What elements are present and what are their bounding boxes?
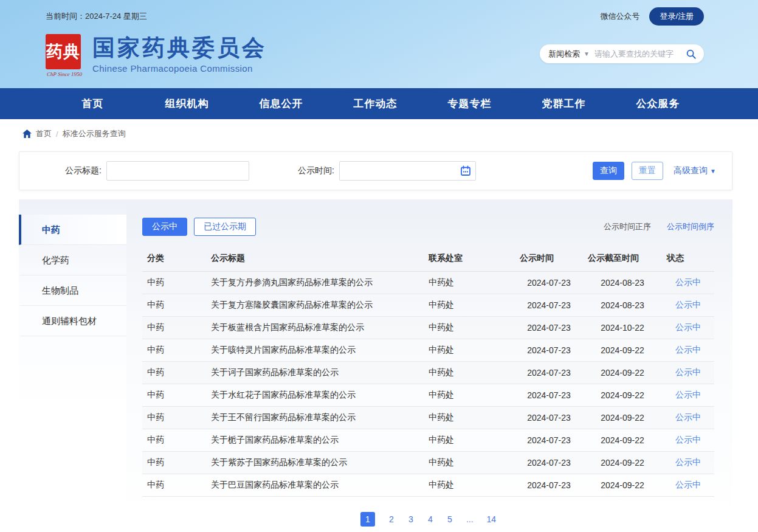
query-button[interactable]: 查询	[593, 162, 624, 180]
page-number-2[interactable]: 2	[388, 514, 395, 524]
page-number-4[interactable]: 4	[427, 514, 433, 524]
page-number-5[interactable]: 5	[447, 514, 453, 524]
main-area: 中药化学药生物制品通则辅料包材 公示中 已过公示期 公示时间正序 公示时间倒序 …	[19, 199, 732, 528]
search-filter-panel: 公示标题: 公示时间: 查询 重置 高级查询▼	[19, 151, 732, 190]
nav-item-4[interactable]: 工作动态	[328, 97, 422, 111]
site-logo: 药典 ChP Since 1950	[46, 34, 83, 77]
status-link[interactable]: 公示中	[675, 300, 701, 309]
row-title-link[interactable]: 关于紫苏子国家药品标准草案的公示	[206, 452, 424, 474]
row-title-link[interactable]: 关于水红花子国家药品标准草案的公示	[206, 384, 424, 407]
time-filter-label: 公示时间:	[298, 165, 334, 176]
row-title-link[interactable]: 关于巴豆国家药品标准草案的公示	[206, 474, 424, 497]
login-register-button[interactable]: 登录/注册	[649, 7, 704, 26]
breadcrumb: 首页 / 标准公示服务查询	[0, 119, 758, 146]
table-row: 中药关于巴豆国家药品标准草案的公示中药处2024-07-232024-09-22…	[142, 474, 714, 497]
column-header-title: 公示标题	[206, 246, 424, 272]
row-office: 中药处	[424, 362, 515, 384]
search-icon[interactable]	[686, 49, 697, 60]
row-status-cell: 公示中	[662, 474, 714, 497]
tab-in-publicity[interactable]: 公示中	[142, 218, 187, 236]
sort-descending-link[interactable]: 公示时间倒序	[667, 221, 714, 232]
nav-item-6[interactable]: 党群工作	[517, 97, 611, 111]
advanced-search-link[interactable]: 高级查询▼	[674, 165, 716, 176]
nav-item-7[interactable]: 公众服务	[611, 97, 705, 111]
row-title-link[interactable]: 关于复方丹参滴丸国家药品标准草案的公示	[206, 272, 424, 294]
row-category: 中药	[142, 429, 206, 452]
row-office: 中药处	[424, 384, 515, 407]
row-date: 2024-07-23	[515, 272, 583, 294]
row-title-link[interactable]: 关于栀子国家药品标准草案的公示	[206, 429, 424, 452]
status-link[interactable]: 公示中	[675, 412, 701, 422]
row-category: 中药	[142, 272, 206, 294]
status-link[interactable]: 公示中	[675, 480, 701, 489]
breadcrumb-home[interactable]: 首页	[36, 128, 52, 139]
status-link[interactable]: 公示中	[675, 345, 701, 354]
table-row: 中药关于咳特灵片国家药品标准草案的公示中药处2024-07-232024-09-…	[142, 339, 714, 362]
title-filter-input[interactable]	[106, 161, 249, 181]
row-date: 2024-07-23	[515, 362, 583, 384]
row-category: 中药	[142, 339, 206, 362]
row-status-cell: 公示中	[662, 384, 714, 407]
chevron-down-icon[interactable]: ▼	[584, 50, 590, 57]
reset-button[interactable]: 重置	[632, 162, 663, 180]
row-date: 2024-07-23	[515, 429, 583, 452]
site-subtitle: Chinese Pharmacopoeia Commission	[92, 63, 267, 74]
page-number-3[interactable]: 3	[408, 514, 414, 524]
sidebar-item-4[interactable]: 通则辅料包材	[19, 306, 126, 336]
row-title-link[interactable]: 关于王不留行国家药品标准草案的公示	[206, 407, 424, 429]
nav-item-3[interactable]: 信息公开	[234, 97, 328, 111]
row-status-cell: 公示中	[662, 452, 714, 474]
seal-logo-icon: 药典	[46, 34, 81, 69]
row-office: 中药处	[424, 474, 515, 497]
home-icon[interactable]	[22, 130, 32, 138]
column-header-status: 状态	[662, 246, 714, 272]
status-link[interactable]: 公示中	[675, 277, 701, 287]
sidebar-item-1[interactable]: 中药	[19, 215, 126, 245]
page-number-1[interactable]: 1	[360, 512, 375, 527]
row-title-link[interactable]: 关于板蓝根含片国家药品标准草案的公示	[206, 317, 424, 339]
content-panel: 公示中 已过公示期 公示时间正序 公示时间倒序 分类公示标题联系处室公示时间公示…	[126, 199, 732, 528]
row-office: 中药处	[424, 317, 515, 339]
calendar-icon[interactable]	[460, 165, 471, 176]
current-time: 当前时间：2024-7-24 星期三	[46, 11, 147, 22]
time-filter-input[interactable]	[339, 161, 476, 181]
row-title-link[interactable]: 关于咳特灵片国家药品标准草案的公示	[206, 339, 424, 362]
chevron-down-icon: ▼	[710, 168, 716, 174]
site-header: 当前时间：2024-7-24 星期三 微信公众号 登录/注册 药典 ChP Si…	[0, 0, 758, 88]
row-end-date: 2024-09-22	[583, 452, 662, 474]
row-end-date: 2024-09-22	[583, 474, 662, 497]
sort-ascending-link[interactable]: 公示时间正序	[604, 221, 651, 232]
row-date: 2024-07-23	[515, 294, 583, 317]
pagination: 12345...14	[142, 512, 714, 527]
status-link[interactable]: 公示中	[675, 322, 701, 332]
wechat-link[interactable]: 微信公众号	[600, 11, 639, 22]
status-link[interactable]: 公示中	[675, 367, 701, 377]
category-sidebar: 中药化学药生物制品通则辅料包材	[19, 199, 126, 528]
status-link[interactable]: 公示中	[675, 435, 701, 444]
sidebar-item-3[interactable]: 生物制品	[19, 275, 126, 306]
sidebar-item-2[interactable]: 化学药	[19, 245, 126, 275]
table-row: 中药关于复方丹参滴丸国家药品标准草案的公示中药处2024-07-232024-0…	[142, 272, 714, 294]
header-search-bar[interactable]: 新闻检索 ▼	[540, 44, 704, 63]
row-title-link[interactable]: 关于复方塞隆胶囊国家药品标准草案的公示	[206, 294, 424, 317]
row-date: 2024-07-23	[515, 339, 583, 362]
row-end-date: 2024-09-22	[583, 429, 662, 452]
column-header-office: 联系处室	[424, 246, 515, 272]
row-office: 中药处	[424, 294, 515, 317]
main-navigation: 首页组织机构信息公开工作动态专题专栏党群工作公众服务	[0, 88, 758, 119]
column-header-end: 公示截至时间	[583, 246, 662, 272]
status-link[interactable]: 公示中	[675, 457, 701, 467]
nav-item-5[interactable]: 专题专栏	[422, 97, 517, 111]
row-title-link[interactable]: 关于诃子国家药品标准草案的公示	[206, 362, 424, 384]
search-category-select[interactable]: 新闻检索	[548, 49, 580, 60]
nav-item-2[interactable]: 组织机构	[140, 97, 234, 111]
tab-expired-publicity[interactable]: 已过公示期	[194, 218, 256, 236]
page-number-14[interactable]: 14	[487, 514, 497, 524]
status-link[interactable]: 公示中	[675, 390, 701, 399]
table-row: 中药关于诃子国家药品标准草案的公示中药处2024-07-232024-09-22…	[142, 362, 714, 384]
header-search-input[interactable]	[594, 49, 686, 58]
table-row: 中药关于水红花子国家药品标准草案的公示中药处2024-07-232024-09-…	[142, 384, 714, 407]
nav-item-1[interactable]: 首页	[46, 97, 140, 111]
table-row: 中药关于复方塞隆胶囊国家药品标准草案的公示中药处2024-07-232024-0…	[142, 294, 714, 317]
row-end-date: 2024-09-22	[583, 339, 662, 362]
